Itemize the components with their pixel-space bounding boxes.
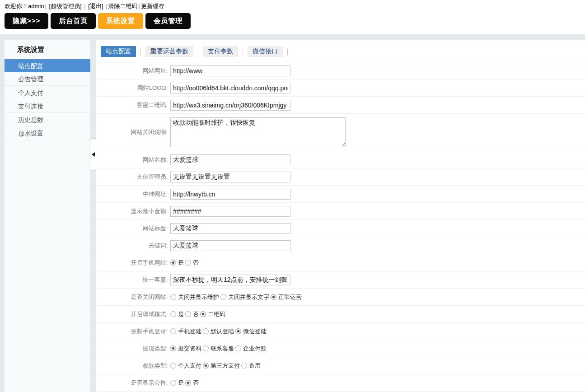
site-close-note-textarea[interactable] xyxy=(170,117,346,147)
logout-link[interactable]: [退出] xyxy=(88,3,103,9)
site-name-input[interactable] xyxy=(170,154,290,165)
radio-button-checked[interactable] xyxy=(200,311,206,317)
sidebar-item-personal-payment[interactable]: 个人支付 xyxy=(5,86,90,99)
payment-type-option-label: 个人支付 xyxy=(178,362,201,370)
welcome-bar: 欢迎你！admin| [超级管理员] | [退出] |清除二维码|更新缓存 xyxy=(0,0,585,10)
sidebar-item-notice-management[interactable]: 公告管理 xyxy=(5,72,90,86)
payment-type-label: 收款类型: xyxy=(96,362,168,370)
site-name-label: 网站名称: xyxy=(96,156,168,164)
mobile-site-option-0[interactable]: 是 xyxy=(170,259,184,267)
role-badge: [超级管理员] xyxy=(49,3,81,9)
site-closed-option-0[interactable]: 关闭并显示维护 xyxy=(170,293,219,301)
tab-site-config[interactable]: 站点配置 xyxy=(101,46,136,57)
radio-button[interactable] xyxy=(203,345,209,351)
nav-button-member-management[interactable]: 会员管理 xyxy=(145,13,191,29)
sidebar-item-payment-link[interactable]: 支付连接 xyxy=(5,99,90,113)
sidebar-item-site-config[interactable]: 站点配置 xyxy=(5,59,90,72)
site-closed-option-label: 正常运营 xyxy=(278,293,302,301)
radio-button[interactable] xyxy=(170,311,176,317)
sidebar-item-water-settings[interactable]: 放水设置 xyxy=(5,126,90,140)
debug-mode-label: 开启调试模式: xyxy=(96,310,168,318)
site-logo-input[interactable] xyxy=(170,83,290,93)
tab-wechat-api[interactable]: 微信接口 xyxy=(248,46,283,57)
site-close-note-label: 网站关闭说明: xyxy=(96,128,168,136)
radio-button[interactable] xyxy=(220,294,226,300)
recharge-admin-input[interactable] xyxy=(170,172,290,182)
radio-button[interactable] xyxy=(185,260,191,266)
radio-button[interactable] xyxy=(170,294,176,300)
refresh-cache-link[interactable]: 更新缓存 xyxy=(141,3,164,9)
settings-form: 网站网址:网站LOGO:客服二维码:网站关闭说明:网站名称:充值管理员:中转网址… xyxy=(96,62,585,392)
debug-mode-option-label: 二维码 xyxy=(208,310,225,318)
force-mobile-login-option-0[interactable]: 手机登陆 xyxy=(170,327,201,336)
show-notice-option-label: 是 xyxy=(178,379,184,387)
radio-button-checked[interactable] xyxy=(170,260,176,266)
site-url-input[interactable] xyxy=(170,65,290,76)
payment-type-option-1[interactable]: 第三方支付 xyxy=(203,362,240,370)
keywords-control xyxy=(170,240,290,251)
radio-button[interactable] xyxy=(203,328,209,334)
mobile-site-option-label: 是 xyxy=(178,259,184,267)
redirect-url-label: 中转网址: xyxy=(96,190,168,198)
debug-mode-option-1[interactable]: 否 xyxy=(185,310,199,318)
min-display-amount-input[interactable] xyxy=(170,206,290,217)
tab-bar: 站点配置重要运营参数支付参数微信接口 xyxy=(96,40,585,62)
force-mobile-login-option-2[interactable]: 微信登陆 xyxy=(235,327,267,336)
sidebar-collapse-handle[interactable] xyxy=(90,139,96,170)
service-qr-code-input[interactable] xyxy=(170,100,290,111)
mobile-site-option-1[interactable]: 否 xyxy=(185,259,199,267)
force-mobile-login-option-label: 微信登陆 xyxy=(243,327,267,336)
recharge-admin-control xyxy=(170,172,290,182)
radio-button-checked[interactable] xyxy=(203,363,209,369)
show-notice-option-1[interactable]: 否 xyxy=(185,379,199,387)
main-nav: 隐藏>>>后台首页系统设置会员管理 xyxy=(5,13,191,29)
withdraw-type-option-label: 企业付款 xyxy=(243,345,267,353)
nav-button-system-settings[interactable]: 系统设置 xyxy=(98,13,143,29)
withdraw-type-option-1[interactable]: 联系客服 xyxy=(203,345,234,353)
tab-payment-params[interactable]: 支付参数 xyxy=(203,46,238,57)
withdraw-type-option-2[interactable]: 企业付款 xyxy=(235,345,267,353)
withdraw-type-option-label: 提交资料 xyxy=(178,345,201,353)
sidebar: 系统设置 站点配置公告管理个人支付支付连接历史总数放水设置 xyxy=(5,40,90,392)
clear-qr-link[interactable]: 清除二维码 xyxy=(108,3,138,9)
redirect-url-input[interactable] xyxy=(170,189,290,200)
form-row-site-name: 网站名称: xyxy=(96,151,585,168)
radio-button[interactable] xyxy=(185,311,191,317)
form-row-site-close-note: 网站关闭说明: xyxy=(96,114,585,151)
collapse-left-icon xyxy=(92,152,95,157)
sidebar-item-history-total[interactable]: 历史总数 xyxy=(5,113,90,126)
separator: | xyxy=(139,3,140,9)
payment-type-option-0[interactable]: 个人支付 xyxy=(170,362,201,370)
radio-button[interactable] xyxy=(241,363,247,369)
radio-button[interactable] xyxy=(170,328,176,334)
show-notice-control: 是否 xyxy=(170,379,200,387)
form-row-mobile-site: 开启手机网站:是否 xyxy=(96,254,585,271)
withdraw-type-option-0[interactable]: 提交资料 xyxy=(170,345,201,353)
site-closed-option-1[interactable]: 关闭并显示文字 xyxy=(220,293,269,301)
radio-button-checked[interactable] xyxy=(271,294,276,300)
form-row-site-closed: 是否关闭网站:关闭并显示维护关闭并显示文字正常运营 xyxy=(96,289,585,306)
tab-operation-params[interactable]: 重要运营参数 xyxy=(145,46,193,57)
keywords-input[interactable] xyxy=(170,240,290,251)
show-notice-option-0[interactable]: 是 xyxy=(170,379,184,387)
nav-button-hide[interactable]: 隐藏>>> xyxy=(5,13,48,29)
radio-button[interactable] xyxy=(170,380,176,386)
debug-mode-option-0[interactable]: 是 xyxy=(170,310,184,318)
service-qr-code-control xyxy=(170,100,290,111)
payment-type-control: 个人支付第三方支付备用 xyxy=(170,362,262,370)
radio-button-checked[interactable] xyxy=(235,328,241,334)
radio-button-checked[interactable] xyxy=(185,380,191,386)
nav-button-home[interactable]: 后台首页 xyxy=(51,13,96,29)
payment-type-option-2[interactable]: 备用 xyxy=(241,362,261,370)
withdraw-type-option-label: 联系客服 xyxy=(211,345,234,353)
radio-button[interactable] xyxy=(235,345,241,351)
radio-button[interactable] xyxy=(170,363,176,369)
main-panel: 站点配置重要运营参数支付参数微信接口 网站网址:网站LOGO:客服二维码:网站关… xyxy=(96,40,585,392)
site-closed-option-2[interactable]: 正常运营 xyxy=(271,293,302,301)
force-mobile-login-option-1[interactable]: 默认登陆 xyxy=(203,327,234,336)
form-row-recharge-admin: 充值管理员: xyxy=(96,168,585,186)
unified-service-input[interactable] xyxy=(170,275,290,285)
radio-button-checked[interactable] xyxy=(170,345,176,351)
debug-mode-option-2[interactable]: 二维码 xyxy=(200,310,225,318)
site-title-input[interactable] xyxy=(170,223,290,234)
